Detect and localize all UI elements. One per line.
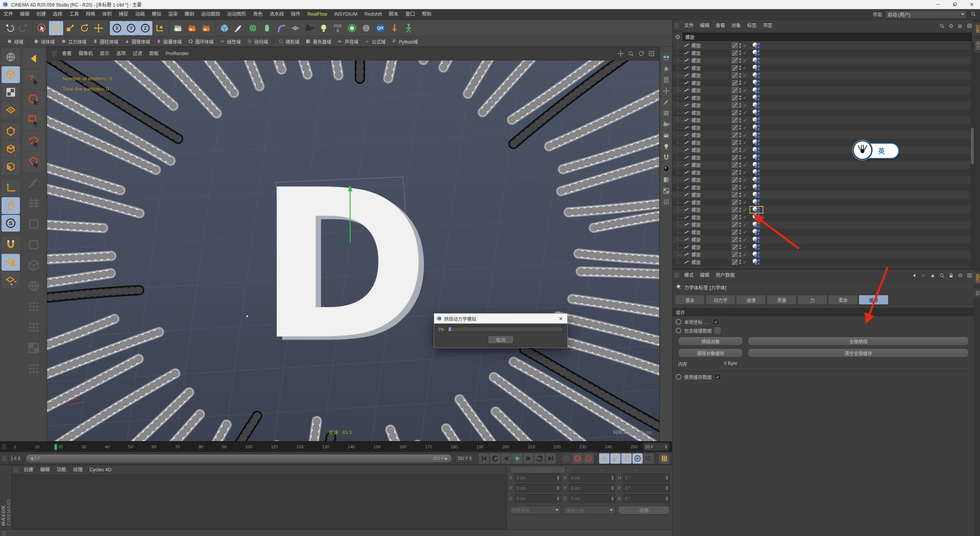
material-tab-纹理[interactable]: 纹理 [70,465,86,475]
dynamics-tag-icon[interactable] [750,229,763,235]
spinner-arrows-icon[interactable] [557,497,559,500]
strip-pen-button[interactable] [661,97,671,107]
attribute-tab-动力学[interactable]: 动力学 [706,295,735,304]
ruler-tick-90[interactable]: 90 [222,444,227,449]
enabled-check-icon[interactable]: ✓ [743,244,747,250]
attribute-tab-缓存[interactable]: 缓存 [859,295,889,304]
scrollbar-thumb[interactable] [971,128,974,164]
visibility-dots-icon[interactable] [739,230,741,234]
dynamics-tag-icon[interactable] [750,147,763,154]
search-icon[interactable] [969,11,977,18]
key-parameter-button[interactable]: P [632,453,643,464]
visibility-dots-icon[interactable] [739,222,741,227]
enabled-check-icon[interactable]: ✓ [743,170,747,175]
enabled-check-icon[interactable]: ✓ [743,192,747,198]
keyframe-circle-icon[interactable] [676,319,681,325]
object-row[interactable]: 螺旋 ✓ [673,191,974,199]
enabled-check-icon[interactable]: ✓ [743,132,747,138]
dynamics-tag-icon[interactable] [750,251,763,258]
add-camera[interactable] [302,21,317,35]
layer-slash-icon[interactable] [732,147,738,153]
object-row[interactable]: 螺旋 ✓ [673,94,974,102]
dynamics-tag-icon[interactable] [750,79,763,86]
visibility-dots-icon[interactable] [739,65,741,70]
object-row[interactable]: 螺旋 ✓ [673,116,974,124]
ruler-tick-20[interactable]: 20 [58,444,63,449]
menu-item-RealFlow[interactable]: RealFlow [304,9,331,20]
workplane-lock[interactable] [2,254,20,271]
visibility-dots-icon[interactable] [739,140,741,145]
coord-field-1-Y[interactable]: 0 cm [569,484,616,492]
axis-center-tool[interactable] [23,49,44,69]
strip-clapper-button[interactable] [661,130,671,141]
visibility-dots-icon[interactable] [739,178,741,182]
panel-grip-icon[interactable] [2,444,7,449]
previous-frame-button[interactable] [501,453,511,464]
shader-field[interactable]: 着色器域 [302,37,334,46]
coord-dropdown-缩放比例[interactable]: 缩放比例 [564,506,616,515]
layer-slash-icon[interactable] [732,229,738,235]
ruler-tick-50[interactable]: 50 [128,444,133,449]
menu-item-编辑[interactable]: 编辑 [697,270,712,281]
material-tab-编辑[interactable]: 编辑 [37,465,53,475]
material-tab-Cycles 4D[interactable]: Cycles 4D [86,465,115,475]
menu-item-编辑[interactable]: 编辑 [16,9,33,20]
coord-field-0-Y[interactable]: 0 cm [514,484,561,492]
dynamics-tag-icon[interactable] [750,102,763,109]
enabled-check-icon[interactable]: ✓ [743,80,747,85]
layer-slash-icon[interactable] [732,132,738,138]
object-row[interactable]: 螺旋 ✓ [673,57,974,64]
spinner-arrows-icon[interactable] [611,497,614,500]
object-row[interactable]: 螺旋 ✓ [673,161,974,169]
enabled-check-icon[interactable]: ✓ [743,65,747,70]
menu-item-模拟[interactable]: 模拟 [148,9,165,20]
play-backwards-button[interactable] [490,453,500,464]
spinner-arrows-icon[interactable] [666,497,668,500]
close-icon[interactable] [963,0,980,9]
attribute-tab-碰撞[interactable]: 碰撞 [736,295,766,304]
qr-plugin-button[interactable]: QR [373,21,387,35]
bake-object-button[interactable]: 烘焙对象 [678,337,743,346]
panel-grip-icon[interactable] [2,456,7,461]
side-tab-属性[interactable]: 属性 [974,272,980,285]
dynamics-tag-icon[interactable] [750,176,763,183]
dynamics-tag-icon[interactable] [750,243,763,250]
keyframe-circle-icon[interactable] [676,374,681,380]
object-row[interactable]: 螺旋 ✓ [673,64,974,72]
ruler-tick-100[interactable]: 100 [245,444,252,449]
visibility-dots-icon[interactable] [739,103,741,108]
layer-slash-icon[interactable] [732,72,738,78]
spinner-arrows-icon[interactable] [18,456,20,460]
visibility-dots-icon[interactable] [739,215,741,219]
clear-object-cache-button[interactable]: 清除对象缓存 [678,348,743,358]
dynamics-tag-icon[interactable] [750,191,763,198]
enabled-check-icon[interactable]: ✓ [743,118,747,123]
layer-slash-icon[interactable] [732,237,738,242]
cone-field[interactable]: 圆锥体域 [121,37,153,46]
menu-item-显示[interactable]: 显示 [96,47,113,60]
ruler-tick-120[interactable]: 120 [296,444,303,449]
cancel-button[interactable]: 取消 [488,335,514,344]
am-search-icon[interactable] [938,271,946,279]
menu-item-插件[interactable]: 插件 [287,9,304,20]
layer-slash-icon[interactable] [732,192,738,198]
side-tab-场次[interactable]: 场次 [974,39,980,52]
layer-slash-icon[interactable] [732,140,738,145]
coord-field-1-X[interactable]: 0 cm [569,474,616,482]
coord-field-1-Z[interactable]: 0 cm [569,494,616,503]
dynamics-tag-icon[interactable] [750,199,763,206]
ruler-tick-140[interactable]: 140 [348,444,355,449]
panel-grip-icon[interactable] [675,23,679,28]
character-plugin-button[interactable] [402,21,416,35]
edges-mode[interactable] [2,141,20,157]
dynamics-tag-icon[interactable] [750,236,763,243]
timeline-window-button[interactable] [659,453,670,464]
strip-light-button[interactable] [661,141,671,152]
clear-search-icon[interactable] [675,34,681,40]
visibility-dots-icon[interactable] [739,252,741,257]
goto-end-button[interactable] [546,453,556,464]
layer-slash-icon[interactable] [732,244,738,250]
rotate-tool[interactable] [77,21,91,35]
strip-material-button[interactable] [661,163,671,174]
visibility-dots-icon[interactable] [739,58,741,63]
